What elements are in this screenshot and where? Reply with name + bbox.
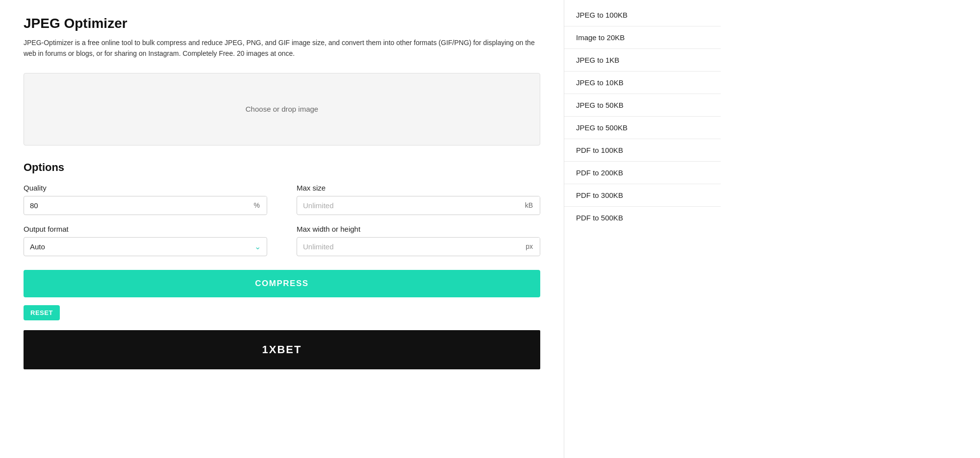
output-format-select-wrapper: Auto JPEG PNG GIF WebP ⌄ — [24, 237, 267, 256]
sidebar-link[interactable]: JPEG to 50KB — [564, 94, 721, 117]
sidebar-link[interactable]: PDF to 100KB — [564, 139, 721, 162]
page-title: JPEG Optimizer — [24, 16, 540, 31]
max-size-group: Max size kB — [297, 184, 540, 215]
max-size-input[interactable] — [297, 196, 518, 215]
quality-group: Quality % — [24, 184, 267, 215]
quality-unit: % — [247, 196, 267, 214]
quality-label: Quality — [24, 184, 267, 192]
quality-input-wrapper: % — [24, 196, 267, 215]
sidebar-link[interactable]: JPEG to 1KB — [564, 49, 721, 72]
sidebar-link[interactable]: PDF to 300KB — [564, 184, 721, 207]
sidebar-link[interactable]: Image to 20KB — [564, 26, 721, 49]
output-format-group: Output format Auto JPEG PNG GIF WebP ⌄ — [24, 225, 267, 256]
max-dimension-group: Max width or height px — [297, 225, 540, 256]
sidebar: JPEG to 100KBImage to 20KBJPEG to 1KBJPE… — [564, 0, 721, 458]
max-size-input-wrapper: kB — [297, 196, 540, 215]
max-size-unit: kB — [518, 196, 540, 214]
main-content: JPEG Optimizer JPEG-Optimizer is a free … — [0, 0, 564, 458]
quality-input[interactable] — [24, 196, 247, 215]
output-format-label: Output format — [24, 225, 267, 233]
options-grid: Quality % Max size kB Output format Auto… — [24, 184, 540, 256]
sidebar-link[interactable]: PDF to 500KB — [564, 207, 721, 229]
compress-button[interactable]: COMPRESS — [24, 270, 540, 297]
reset-button[interactable]: RESET — [24, 305, 60, 320]
max-dimension-input[interactable] — [297, 238, 519, 256]
max-dimension-unit: px — [519, 238, 540, 255]
output-format-select[interactable]: Auto JPEG PNG GIF WebP — [24, 238, 267, 256]
options-title: Options — [24, 161, 540, 174]
page-description: JPEG-Optimizer is a free online tool to … — [24, 37, 540, 59]
sidebar-link[interactable]: JPEG to 10KB — [564, 72, 721, 94]
ad-banner: 1XBET — [24, 330, 540, 369]
max-dimension-label: Max width or height — [297, 225, 540, 233]
sidebar-link[interactable]: JPEG to 100KB — [564, 4, 721, 26]
drop-zone-label: Choose or drop image — [246, 105, 318, 113]
sidebar-link[interactable]: PDF to 200KB — [564, 162, 721, 184]
ad-banner-text: 1XBET — [262, 343, 302, 356]
max-dimension-input-wrapper: px — [297, 237, 540, 256]
max-size-label: Max size — [297, 184, 540, 192]
drop-zone[interactable]: Choose or drop image — [24, 73, 540, 145]
sidebar-link[interactable]: JPEG to 500KB — [564, 117, 721, 139]
